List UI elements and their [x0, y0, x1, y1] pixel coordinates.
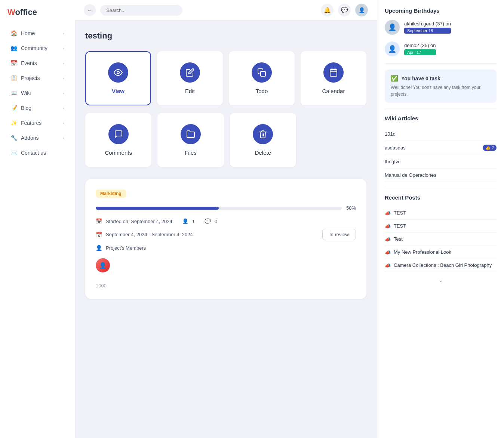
chevron-icon: › [63, 61, 64, 65]
megaphone-icon-1: 📣 [385, 223, 391, 229]
top-bar-left: ← [84, 4, 182, 16]
main-content: ← 🔔 💬 👤 testing View [75, 0, 377, 438]
comments-label: Comments [105, 149, 132, 156]
files-label: Files [185, 149, 197, 156]
sidebar-item-label: Contact us [21, 150, 46, 156]
sidebar-item-addons[interactable]: 🔧 Addons › [3, 131, 72, 145]
birthday-item-0: 👤 akhilesh.goud (37) on September 18 [385, 20, 497, 35]
search-input[interactable] [100, 5, 182, 16]
blog-icon: 📝 [10, 105, 17, 111]
notification-button[interactable]: 🔔 [321, 4, 334, 16]
sidebar-item-label: Projects [21, 75, 40, 81]
recent-post-2[interactable]: 📣 Test [385, 233, 497, 246]
sidebar-item-events[interactable]: 📅 Events › [3, 56, 72, 70]
sidebar-item-contact[interactable]: ✉️ Contact us [3, 146, 72, 160]
megaphone-icon-3: 📣 [385, 250, 391, 255]
action-card-calendar[interactable]: Calendar [301, 51, 366, 105]
divider-3 [385, 188, 497, 188]
project-members-count: 1 [192, 219, 195, 224]
delete-icon [253, 124, 273, 144]
home-icon: 🏠 [10, 30, 17, 37]
wiki-article-title-3: Manual de Operaciones [385, 172, 436, 178]
community-icon: 👥 [10, 45, 17, 52]
recent-posts-title: Recent Posts [385, 194, 497, 201]
recent-post-title-4: Camera Collections : Beach Girl Photogra… [394, 262, 492, 268]
project-date-range: September 4, 2024 - September 4, 2024 [106, 232, 193, 237]
action-grid-row2: Comments Files [85, 113, 296, 167]
recent-post-1[interactable]: 📣 TEST [385, 220, 497, 233]
wiki-article-title-1: asdasdas [385, 145, 406, 151]
action-card-view[interactable]: View [85, 51, 151, 105]
wiki-icon: 📖 [10, 90, 17, 96]
todo-icon [252, 62, 272, 83]
sidebar-item-label: Addons [21, 135, 39, 141]
sidebar-item-projects[interactable]: 📋 Projects › [3, 71, 72, 85]
message-button[interactable]: 💬 [338, 4, 351, 16]
char-count: 1000 [96, 283, 356, 289]
page-title: testing [85, 31, 366, 41]
action-card-delete[interactable]: Delete [230, 113, 296, 167]
action-card-comments[interactable]: Comments [85, 113, 151, 167]
megaphone-icon-4: 📣 [385, 263, 391, 268]
sidebar-item-features[interactable]: ✨ Features › [3, 116, 72, 130]
panel-scroll-down[interactable]: ⌄ [385, 277, 497, 284]
wiki-badge-1: 👍 2 [483, 145, 497, 151]
progress-row: 50% [96, 205, 356, 211]
recent-post-3[interactable]: 📣 My New Professional Look [385, 246, 497, 259]
task-count-label: You have 0 task [401, 75, 440, 81]
edit-icon [180, 62, 200, 83]
comments-meta-icon: 💬 [205, 218, 211, 224]
todo-label: Todo [256, 88, 268, 94]
sidebar-item-label: Features [21, 120, 42, 126]
chevron-icon: › [63, 76, 64, 80]
back-button[interactable]: ← [84, 4, 96, 16]
sidebar-item-blog[interactable]: 📝 Blog › [3, 101, 72, 115]
recent-post-4[interactable]: 📣 Camera Collections : Beach Girl Photog… [385, 259, 497, 272]
members-label-icon: 👤 [96, 245, 102, 251]
action-card-edit[interactable]: Edit [157, 51, 223, 105]
sidebar-item-community[interactable]: 👥 Community › [3, 41, 72, 55]
wiki-article-1[interactable]: asdasdas 👍 2 [385, 141, 497, 155]
status-button[interactable]: In review [322, 229, 356, 240]
progress-bar-fill [96, 207, 219, 210]
sidebar-item-home[interactable]: 🏠 Home › [3, 26, 72, 40]
wiki-article-2[interactable]: fhngfvc [385, 155, 497, 169]
top-bar-right: 🔔 💬 👤 [321, 4, 368, 16]
project-started-row: 📅 Started on: September 4, 2024 👤 1 💬 0 [96, 218, 356, 224]
action-card-todo[interactable]: Todo [229, 51, 295, 105]
megaphone-icon-0: 📣 [385, 210, 391, 216]
recent-post-title-3: My New Professional Look [394, 249, 451, 255]
action-grid-row1: View Edit Todo [85, 51, 366, 105]
project-meta: 📅 Started on: September 4, 2024 👤 1 💬 0 … [96, 218, 356, 289]
project-members-label: Project's Members [106, 245, 146, 251]
logo-w: W [7, 7, 15, 17]
calendar-label: Calendar [322, 88, 345, 94]
wiki-article-title-2: fhngfvc [385, 159, 400, 164]
wiki-article-3[interactable]: Manual de Operaciones [385, 169, 497, 182]
daterange-icon: 📅 [96, 232, 102, 238]
user-avatar[interactable]: 👤 [355, 4, 368, 16]
sidebar-item-wiki[interactable]: 📖 Wiki › [3, 86, 72, 100]
birthdays-title: Upcoming Birthdays [385, 7, 497, 14]
sidebar-nav: 🏠 Home › 👥 Community › 📅 Events › 📋 Proj… [0, 26, 75, 160]
recent-post-0[interactable]: 📣 TEST [385, 207, 497, 220]
task-banner: ✅ You have 0 task Well done! You don't h… [385, 70, 497, 103]
project-started-text: Started on: September 4, 2024 [106, 219, 172, 224]
sidebar-item-label: Blog [21, 105, 31, 111]
wiki-article-0[interactable]: 101d [385, 127, 497, 141]
recent-post-title-2: Test [394, 236, 403, 242]
addons-icon: 🔧 [10, 135, 17, 141]
events-icon: 📅 [10, 60, 17, 67]
member-avatar: 👤 [96, 258, 110, 272]
svg-point-0 [117, 71, 119, 74]
birthday-date-1: April 17 [404, 49, 436, 55]
task-description: Well done! You don't have any task from … [391, 84, 491, 98]
chevron-icon: › [63, 91, 64, 95]
chevron-icon: › [63, 121, 64, 125]
progress-bar-bg [96, 207, 342, 210]
divider-2 [385, 109, 497, 109]
action-card-files[interactable]: Files [157, 113, 224, 167]
task-banner-title: ✅ You have 0 task [391, 75, 491, 82]
birthday-avatar-1: 👤 [385, 41, 400, 56]
recent-post-title-1: TEST [394, 223, 406, 229]
